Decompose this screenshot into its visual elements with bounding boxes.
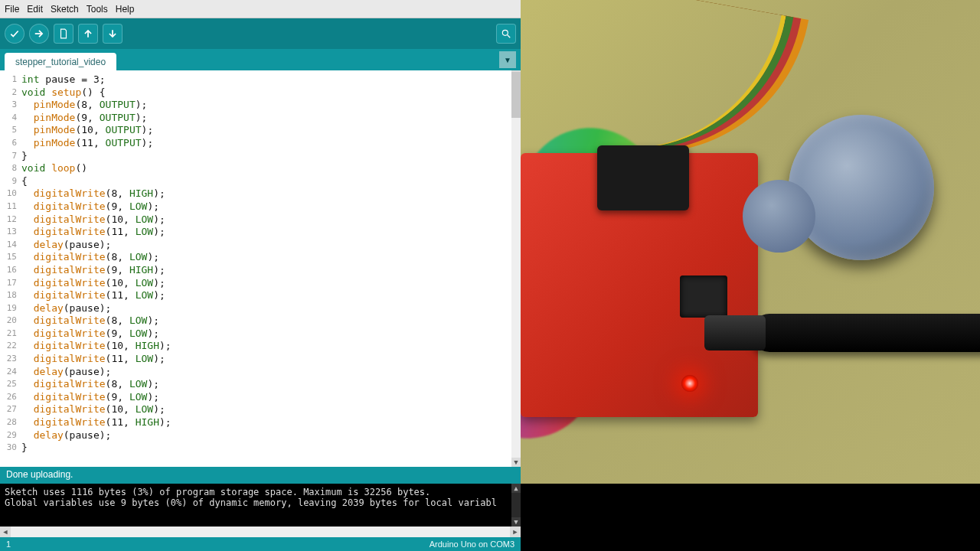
scroll-down-icon[interactable]: ▼ [511, 458, 521, 467]
code-line[interactable]: 1int pause = 3; [5, 73, 511, 86]
line-number: 6 [5, 137, 21, 150]
code-token: , [117, 391, 129, 404]
tab-menu-button[interactable]: ▼ [499, 51, 516, 68]
save-sketch-button[interactable] [103, 24, 122, 44]
menu-sketch[interactable]: Sketch [51, 4, 79, 15]
code-line[interactable]: 22 digitalWrite(10, HIGH); [5, 340, 511, 353]
verify-button[interactable] [5, 24, 24, 44]
code-token [21, 187, 34, 201]
code-token: digitalWrite [34, 277, 106, 290]
line-number: 30 [5, 442, 21, 455]
code-token [21, 302, 34, 315]
scroll-left-icon[interactable]: ◄ [0, 527, 11, 537]
code-token: ); [142, 137, 154, 150]
code-token: digitalWrite [34, 201, 106, 214]
code-token: digitalWrite [34, 187, 106, 201]
code-line[interactable]: 16 digitalWrite(9, HIGH); [5, 264, 511, 277]
line-number: 1 [5, 73, 21, 86]
code-token [21, 264, 34, 277]
code-token: pinMode [34, 137, 76, 150]
code-token: , [123, 214, 136, 227]
editor-vertical-scrollbar[interactable]: ▲ ▼ [511, 70, 521, 467]
code-editor[interactable]: 1int pause = 3;2void setup() {3 pinMode(… [0, 70, 521, 467]
console-horizontal-scrollbar[interactable]: ◄ ► [0, 527, 521, 537]
scroll-down-icon[interactable]: ▼ [511, 517, 521, 527]
footer-line-number: 1 [6, 540, 11, 549]
upload-button[interactable] [29, 24, 49, 44]
code-line[interactable]: 14 delay(pause); [5, 239, 511, 252]
code-line[interactable]: 7} [5, 150, 511, 163]
code-line[interactable]: 6 pinMode(11, OUTPUT); [5, 137, 511, 150]
chevron-down-icon: ▼ [504, 56, 511, 64]
code-token: ); [153, 277, 165, 290]
code-line[interactable]: 18 digitalWrite(11, LOW); [5, 289, 511, 302]
code-token: ); [153, 264, 165, 277]
code-line[interactable]: 2void setup() { [5, 86, 511, 99]
code-line[interactable]: 10 digitalWrite(8, HIGH); [5, 187, 511, 201]
code-token: = [81, 73, 93, 86]
code-line[interactable]: 15 digitalWrite(8, LOW); [5, 251, 511, 264]
code-line[interactable]: 4 pinMode(9, OUTPUT); [5, 112, 511, 125]
code-line[interactable]: 11 digitalWrite(9, LOW); [5, 201, 511, 214]
code-token: , [93, 137, 106, 150]
code-token [21, 112, 34, 125]
code-token: LOW [129, 378, 147, 391]
code-token: ); [153, 289, 165, 302]
console-line: Global variables use 9 bytes (0%) of dyn… [5, 497, 516, 508]
code-token: ( [106, 416, 112, 429]
tab-sketch[interactable]: stepper_tutorial_video [5, 53, 116, 71]
output-console[interactable]: Sketch uses 1116 bytes (3%) of program s… [0, 484, 521, 527]
scrollbar-thumb[interactable] [511, 72, 521, 118]
code-line[interactable]: 23 digitalWrite(11, LOW); [5, 353, 511, 366]
code-token: ( [106, 201, 112, 214]
code-line[interactable]: 27 digitalWrite(10, LOW); [5, 403, 511, 416]
arrow-down-icon [107, 28, 118, 39]
open-sketch-button[interactable] [78, 24, 98, 44]
console-vertical-scrollbar[interactable]: ▲ ▼ [511, 484, 521, 527]
code-line[interactable]: 20 digitalWrite(8, LOW); [5, 315, 511, 328]
menu-edit[interactable]: Edit [27, 4, 43, 15]
line-number: 4 [5, 112, 21, 125]
code-line[interactable]: 9{ [5, 175, 511, 188]
code-token: 10 [111, 340, 123, 353]
code-line[interactable]: 25 digitalWrite(8, LOW); [5, 378, 511, 391]
code-token: () [75, 162, 87, 175]
code-token: delay [34, 429, 64, 442]
code-token: 8 [111, 315, 117, 328]
line-number: 3 [5, 99, 21, 112]
scroll-up-icon[interactable]: ▲ [511, 484, 521, 493]
code-token [21, 378, 34, 391]
code-token: ( [106, 353, 112, 366]
code-line[interactable]: 21 digitalWrite(9, LOW); [5, 328, 511, 341]
code-token [45, 162, 51, 175]
menu-file[interactable]: File [5, 4, 19, 15]
line-number: 10 [5, 187, 21, 201]
code-line[interactable]: 24 delay(pause); [5, 366, 511, 379]
menu-help[interactable]: Help [116, 4, 135, 15]
code-line[interactable]: 30} [5, 442, 511, 455]
new-sketch-button[interactable] [54, 24, 74, 44]
serial-monitor-button[interactable] [496, 24, 516, 44]
code-token: ( [106, 289, 112, 302]
line-number: 22 [5, 340, 21, 353]
code-line[interactable]: 5 pinMode(10, OUTPUT); [5, 124, 511, 137]
code-token: OUTPUT [100, 112, 136, 125]
menu-tools[interactable]: Tools [87, 4, 108, 15]
code-line[interactable]: 17 digitalWrite(10, LOW); [5, 277, 511, 290]
code-line[interactable]: 28 digitalWrite(11, HIGH); [5, 416, 511, 429]
code-line[interactable]: 26 digitalWrite(9, LOW); [5, 391, 511, 404]
code-token [21, 251, 34, 264]
line-number: 25 [5, 378, 21, 391]
code-token: , [123, 226, 136, 239]
code-line[interactable]: 19 delay(pause); [5, 302, 511, 315]
code-token: ( [75, 124, 81, 137]
code-line[interactable]: 29 delay(pause); [5, 429, 511, 442]
code-token: , [123, 340, 136, 353]
code-line[interactable]: 13 digitalWrite(11, LOW); [5, 226, 511, 239]
code-token: ); [147, 251, 159, 264]
code-line[interactable]: 3 pinMode(8, OUTPUT); [5, 99, 511, 112]
code-token [21, 366, 34, 379]
scroll-right-icon[interactable]: ► [510, 527, 521, 537]
code-line[interactable]: 8void loop() [5, 162, 511, 175]
code-line[interactable]: 12 digitalWrite(10, LOW); [5, 214, 511, 227]
